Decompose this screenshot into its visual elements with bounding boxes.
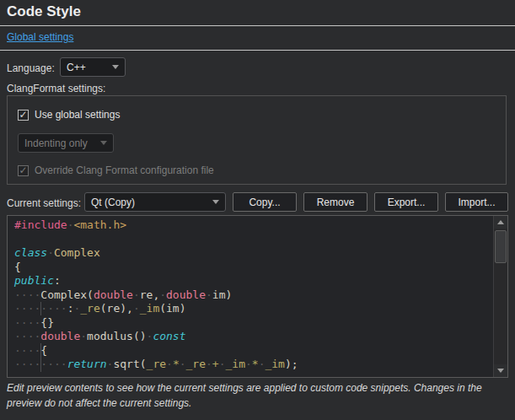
code-token: ····	[14, 344, 40, 357]
export-button[interactable]: Export...	[374, 192, 438, 212]
override-clangformat-checkbox[interactable]: ✓ Override Clang Format configuration fi…	[18, 164, 214, 176]
title-divider	[0, 25, 515, 26]
code-token: modulus()	[87, 330, 146, 342]
code-token: ····	[14, 330, 40, 342]
code-token: _re	[186, 358, 206, 370]
checkbox-checked-icon: ✓	[18, 165, 29, 176]
clangformat-mode-value: Indenting only	[24, 137, 88, 149]
chevron-down-icon	[112, 65, 119, 69]
scroll-down-button[interactable]	[494, 364, 507, 377]
checkbox-checked-icon: ✓	[18, 110, 29, 121]
code-line: ········:·_re(re),·_im(im)	[14, 302, 493, 316]
code-token: double	[94, 288, 133, 301]
code-token: _im	[226, 358, 245, 370]
code-token: sqrt(	[113, 358, 146, 370]
clangformat-mode-combobox[interactable]: Indenting only	[18, 133, 114, 153]
clangformat-groupbox: ✓ Use global settings Indenting only ✓ O…	[7, 95, 507, 185]
code-line: #include·<math.h>	[14, 218, 493, 233]
code-token: <math.h>	[73, 218, 126, 231]
code-token: _re	[80, 302, 99, 315]
code-line: {	[14, 261, 493, 275]
code-token: public	[14, 274, 54, 287]
code-token: _im	[140, 302, 159, 315]
code-token: _re	[147, 358, 166, 370]
code-token: ·	[80, 330, 87, 342]
language-selected-value: C++	[67, 62, 86, 73]
global-settings-link[interactable]: Global settings	[7, 31, 73, 43]
code-token: Complex(	[40, 288, 94, 301]
chevron-down-icon	[100, 141, 107, 145]
code-style-settings-page: Code Style Global settings Language: C++…	[0, 0, 515, 420]
code-token: ·	[180, 358, 186, 370]
code-token: const	[153, 330, 185, 342]
code-preview-editor[interactable]: #include·<math.h>class·Complex{public:··…	[7, 215, 508, 378]
code-line: ········return·sqrt(_re·*·_re·+·_im·*·_i…	[14, 358, 493, 372]
code-token: (im)	[159, 302, 185, 315]
code-editor-content[interactable]: #include·<math.h>class·Complex{public:··…	[8, 216, 493, 377]
code-line: ····double·modulus()·const	[14, 330, 493, 344]
import-button[interactable]: Import...	[445, 192, 508, 212]
code-token: #include	[14, 218, 67, 231]
copy-button[interactable]: Copy...	[233, 192, 297, 212]
code-line: ····{	[14, 344, 493, 358]
current-settings-combobox[interactable]: Qt (Copy)	[84, 192, 226, 212]
code-token: *	[252, 358, 259, 370]
language-label: Language:	[7, 62, 55, 74]
code-line: ····{}	[14, 316, 493, 331]
code-token: ····	[14, 288, 40, 301]
scrollbar-thumb[interactable]	[495, 230, 507, 263]
link-divider	[0, 50, 515, 51]
code-token: Complex	[54, 246, 100, 259]
indent-guide	[40, 302, 41, 315]
code-line: class·Complex	[14, 246, 493, 261]
code-token: return	[67, 358, 107, 370]
footer-note: Edit preview contents to see how the cur…	[7, 380, 511, 411]
code-token: class	[14, 246, 47, 259]
code-token: double	[166, 288, 206, 301]
code-token: _im	[265, 358, 284, 370]
code-token: ·	[219, 358, 226, 370]
code-token: double	[40, 330, 80, 342]
current-settings-label: Current settings:	[7, 197, 81, 209]
code-line	[14, 233, 493, 247]
code-token: ·	[166, 358, 173, 370]
code-token: im)	[212, 288, 232, 301]
code-line: ····Complex(double·re,·double·im)	[14, 288, 493, 303]
code-token: :	[54, 274, 61, 287]
remove-button[interactable]: Remove	[303, 192, 367, 212]
code-token: ·	[159, 288, 166, 301]
code-line: public:	[14, 274, 493, 288]
code-token: ·	[133, 302, 140, 315]
clangformat-group-label: ClangFormat settings:	[7, 83, 105, 94]
override-clangformat-label: Override Clang Format configuration file	[35, 164, 214, 176]
code-token: );	[285, 358, 298, 370]
code-token: ·	[206, 358, 212, 370]
vertical-scrollbar[interactable]	[493, 216, 507, 377]
code-token: {	[14, 261, 21, 273]
indent-guide	[40, 343, 41, 372]
code-token: *	[173, 358, 180, 370]
code-token: ·	[245, 358, 252, 370]
use-global-settings-checkbox[interactable]: ✓ Use global settings	[18, 109, 120, 121]
code-token: ·	[133, 288, 140, 301]
code-token: {	[40, 344, 47, 357]
language-combobox[interactable]: C++	[60, 57, 126, 77]
code-token: ····	[14, 316, 40, 329]
code-token: {}	[40, 316, 54, 329]
code-token: (re),	[100, 302, 133, 315]
chevron-down-icon	[212, 200, 219, 204]
code-token: +	[212, 358, 219, 370]
use-global-settings-label: Use global settings	[35, 109, 120, 121]
code-token: re,	[140, 288, 159, 301]
page-title: Code Style	[7, 3, 81, 20]
code-token: ·	[206, 288, 212, 301]
scroll-up-button[interactable]	[494, 216, 507, 229]
code-token: ·	[47, 246, 54, 259]
current-settings-value: Qt (Copy)	[91, 197, 135, 208]
triangle-down-icon	[497, 369, 504, 373]
triangle-up-icon	[497, 220, 504, 224]
